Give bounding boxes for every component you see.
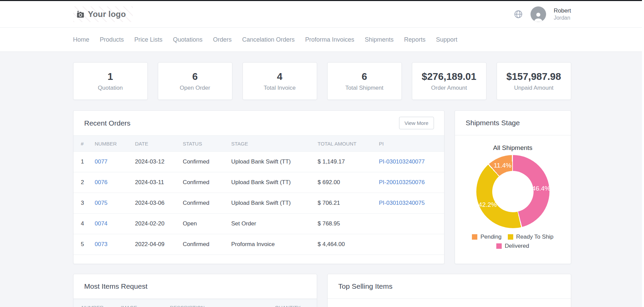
col-date: DATE	[135, 136, 183, 152]
order-total: $ 768.95	[318, 214, 379, 234]
order-status: Confirmed	[183, 234, 231, 255]
col-image: IMAGE	[121, 305, 170, 307]
shipments-stage-panel: Shipments Stage All Shipments 46.4% 42.2…	[455, 110, 571, 264]
col-number: NUMBER	[95, 136, 135, 152]
order-total: $ 4,464.00	[318, 234, 379, 255]
nav-item-home[interactable]: Home	[73, 36, 89, 43]
order-index: 3	[74, 193, 95, 214]
stat-label: Order Amount	[431, 85, 467, 91]
order-date: 2024-03-12	[135, 152, 183, 172]
main-content: 1 Quotation 6 Open Order 4 Total Invoice…	[73, 52, 571, 307]
app-header: Your logo Robert Jordan	[0, 1, 644, 28]
nav-item-support[interactable]: Support	[436, 36, 457, 43]
globe-icon[interactable]	[514, 9, 523, 19]
order-stage: Set Order	[231, 214, 318, 234]
order-total: $ 706.21	[318, 193, 379, 214]
stat-card-quotation: 1 Quotation	[73, 62, 148, 100]
nav-item-orders[interactable]: Orders	[213, 36, 232, 43]
order-number-link[interactable]: 0076	[95, 179, 108, 185]
nav-item-quotations[interactable]: Quotations	[173, 36, 203, 43]
order-pi-link[interactable]: PI-030103240077	[379, 158, 425, 165]
legend-label: Delivered	[505, 243, 529, 249]
nav-item-reports[interactable]: Reports	[404, 36, 425, 43]
order-index: 4	[74, 214, 95, 234]
orders-header-row: # NUMBER DATE STATUS STAGE TOTAL AMOUNT …	[74, 136, 444, 152]
order-number-link[interactable]: 0075	[95, 200, 108, 206]
stat-value: 6	[192, 71, 198, 82]
order-number-link[interactable]: 0073	[95, 241, 108, 247]
recent-orders-title: Recent Orders	[84, 119, 131, 127]
slice-label-delivered: 46.4%	[532, 185, 550, 192]
stat-value: $276,189.01	[422, 71, 476, 82]
nav-item-price-lists[interactable]: Price Lists	[134, 36, 163, 43]
order-number-link[interactable]: 0077	[95, 158, 108, 165]
order-date: 2024-03-11	[135, 172, 183, 193]
order-row: 3 0075 2024-03-06 Confirmed Upload Bank …	[74, 193, 444, 214]
nav-item-products[interactable]: Products	[100, 36, 124, 43]
user-last-name: Jordan	[554, 15, 571, 21]
stat-value: 1	[107, 71, 113, 82]
nav-item-cancelation-orders[interactable]: Cancelation Orders	[242, 36, 295, 43]
donut-hole	[492, 171, 534, 212]
user-avatar[interactable]	[531, 6, 546, 22]
order-row: 1 0077 2024-03-12 Confirmed Upload Bank …	[74, 152, 444, 172]
most-items-header-row: NUMBER IMAGE DESCRIPTION QUANTITY	[74, 299, 317, 307]
main-nav: Home Products Price Lists Quotations Ord…	[0, 28, 644, 52]
order-index: 2	[74, 172, 95, 193]
order-pi-link[interactable]: PI-200103250076	[379, 179, 425, 185]
col-pi: PI	[379, 136, 444, 152]
stat-label: Total Invoice	[264, 85, 296, 91]
shipments-donut-chart: 46.4% 42.2% 11.4%	[476, 155, 549, 228]
view-more-button[interactable]: View More	[399, 117, 434, 129]
order-date: 2024-02-20	[135, 214, 183, 234]
logo-text: Your logo	[88, 9, 126, 19]
order-status: Confirmed	[183, 172, 231, 193]
most-items-request-panel: Most Items Request NUMBER IMAGE DESCRIPT…	[73, 274, 317, 307]
order-date: 2022-04-09	[135, 234, 183, 255]
order-pi-empty	[379, 214, 444, 234]
order-pi-link[interactable]: PI-030103240075	[379, 200, 425, 206]
order-row: 2 0076 2024-03-11 Confirmed Upload Bank …	[74, 172, 444, 193]
dashboard-page: Your logo Robert Jordan	[0, 0, 644, 307]
scrollbar-track[interactable]	[642, 0, 644, 307]
col-total-amount: TOTAL AMOUNT	[318, 136, 379, 152]
stats-row: 1 Quotation 6 Open Order 4 Total Invoice…	[73, 62, 571, 100]
col-number: NUMBER	[74, 305, 121, 307]
stat-value: $157,987.98	[506, 71, 561, 82]
order-stage: Upload Bank Swift (TT)	[231, 193, 318, 214]
nav-item-shipments[interactable]: Shipments	[365, 36, 394, 43]
col-stage: STAGE	[231, 136, 318, 152]
recent-orders-table: # NUMBER DATE STATUS STAGE TOTAL AMOUNT …	[74, 135, 444, 255]
nav-item-proforma-invoices[interactable]: Proforma Invoices	[305, 36, 354, 43]
order-number-link[interactable]: 0074	[95, 220, 108, 227]
legend-item-ready-to-ship[interactable]: Ready To Ship	[508, 234, 554, 240]
order-total: $ 1,149.17	[318, 152, 379, 172]
order-stage: Upload Bank Swift (TT)	[231, 152, 318, 172]
person-icon	[533, 11, 544, 22]
order-stage: Upload Bank Swift (TT)	[231, 172, 318, 193]
stat-card-total-shipment: 6 Total Shipment	[327, 62, 402, 100]
col-quantity: QUANTITY	[275, 305, 301, 307]
legend-item-pending[interactable]: Pending	[472, 234, 501, 240]
top-selling-items-panel: Top Selling Items	[327, 274, 571, 307]
user-first-name: Robert	[554, 7, 571, 14]
order-pi-empty	[379, 234, 444, 255]
order-row: 5 0073 2022-04-09 Confirmed Proforma Inv…	[74, 234, 444, 255]
top-selling-title: Top Selling Items	[338, 282, 393, 290]
slice-label-pending: 11.4%	[494, 162, 511, 169]
order-index: 5	[74, 234, 95, 255]
user-menu[interactable]: Robert Jordan	[554, 7, 571, 21]
legend-label: Ready To Ship	[516, 234, 554, 240]
logo[interactable]: Your logo	[73, 6, 133, 22]
stat-value: 4	[277, 71, 282, 82]
recent-orders-panel: Recent Orders View More # NUMBER DATE ST…	[73, 110, 444, 264]
camera-icon	[76, 10, 85, 19]
order-status: Open	[183, 214, 231, 234]
chart-legend: Pending Ready To Ship Delivered	[462, 234, 564, 249]
shipments-stage-title: Shipments Stage	[466, 119, 520, 127]
chart-title: All Shipments	[455, 144, 571, 152]
order-date: 2024-03-06	[135, 193, 183, 214]
col-description: DESCRIPTION	[170, 305, 275, 307]
order-row: 4 0074 2024-02-20 Open Set Order $ 768.9…	[74, 214, 444, 234]
legend-item-delivered[interactable]: Delivered	[496, 243, 529, 249]
